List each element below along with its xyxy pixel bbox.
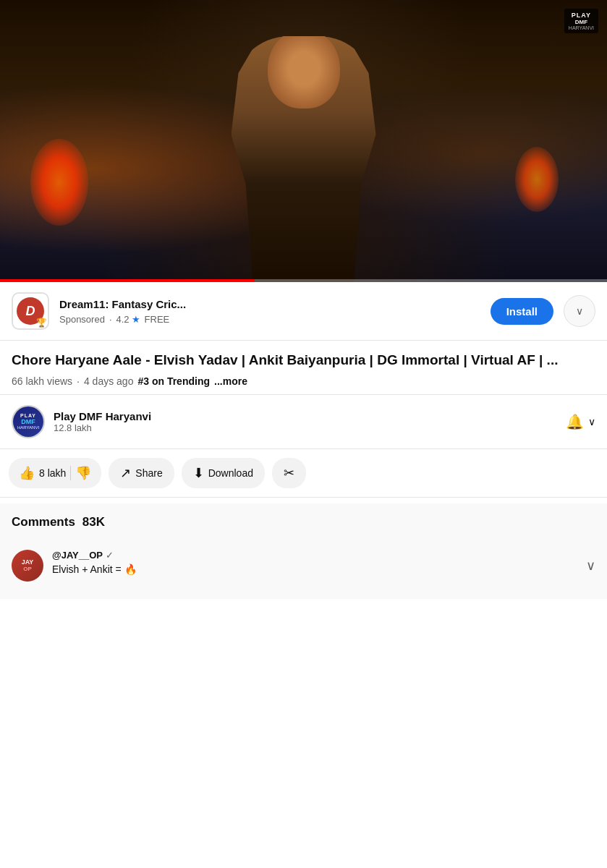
actions-row: 👍 8 lakh 👎 ↗ Share ⬇ Download ✂ bbox=[0, 449, 607, 498]
ad-logo-inner: D 🏆 bbox=[17, 297, 44, 325]
bell-icon[interactable]: 🔔 bbox=[566, 413, 584, 430]
download-button[interactable]: ⬇ Download bbox=[182, 458, 265, 488]
download-label: Download bbox=[208, 467, 253, 479]
channel-row: PLAY DMF HARYANVI Play DMF Haryanvi 12.8… bbox=[0, 395, 607, 449]
ad-separator: · bbox=[109, 314, 112, 325]
clip-icon: ✂ bbox=[284, 465, 294, 481]
channel-subscribers: 12.8 lakh bbox=[54, 422, 566, 433]
comments-title: Comments bbox=[12, 515, 75, 529]
ad-rating-value: 4.2 bbox=[116, 314, 130, 325]
comment-content: @JAY__OP ✓ Elvish + Ankit = 🔥 bbox=[52, 550, 577, 577]
comment-avatar[interactable]: JAY OP bbox=[12, 550, 43, 582]
download-icon: ⬇ bbox=[193, 465, 204, 481]
verified-icon: ✓ bbox=[106, 550, 114, 561]
install-button[interactable]: Install bbox=[491, 298, 553, 325]
ad-logo-trophy: 🏆 bbox=[36, 318, 47, 328]
ad-meta: Sponsored · 4.2 ★ FREE bbox=[59, 314, 480, 325]
channel-logo-dmf-text: DMF bbox=[21, 418, 35, 425]
ad-rating: 4.2 ★ bbox=[116, 314, 140, 325]
comment-item: JAY OP @JAY__OP ✓ Elvish + Ankit = 🔥 ∨ bbox=[12, 541, 595, 590]
channel-logo-h-text: HARYANVI bbox=[17, 425, 39, 430]
channel-logo[interactable]: PLAY DMF HARYANVI bbox=[12, 405, 45, 438]
video-info: Chore Haryane Aale - Elvish Yadav | Anki… bbox=[0, 341, 607, 395]
view-count: 66 lakh views bbox=[12, 375, 72, 387]
ad-free-label: FREE bbox=[145, 314, 170, 325]
time-ago: 4 days ago bbox=[84, 375, 134, 387]
comments-header: Comments 83K bbox=[12, 515, 595, 529]
ad-logo: D 🏆 bbox=[12, 292, 49, 330]
progress-bar-fill bbox=[0, 279, 255, 282]
video-stats: 66 lakh views · 4 days ago #3 on Trendin… bbox=[12, 375, 595, 387]
subscribe-area: 🔔 ∨ bbox=[566, 413, 595, 430]
like-count: 8 lakh bbox=[39, 467, 66, 479]
comment-user-name[interactable]: @JAY__OP bbox=[52, 550, 103, 561]
watermark-play: PLAY bbox=[572, 12, 591, 19]
trending-badge: #3 on Trending bbox=[137, 375, 210, 387]
ad-info: Dream11: Fantasy Cric... Sponsored · 4.2… bbox=[59, 297, 480, 325]
progress-bar-container[interactable] bbox=[0, 279, 607, 282]
ad-logo-d: D bbox=[26, 304, 35, 319]
dislike-icon: 👎 bbox=[75, 465, 91, 481]
watermark-haryanvi: HARYANVI bbox=[569, 25, 594, 30]
comments-count: 83K bbox=[82, 515, 105, 529]
channel-chevron-icon[interactable]: ∨ bbox=[588, 416, 595, 427]
channel-watermark: PLAY DMF HARYANVI bbox=[564, 9, 598, 33]
like-icon: 👍 bbox=[19, 465, 35, 481]
like-button[interactable]: 👍 8 lakh 👎 bbox=[9, 458, 101, 488]
video-player[interactable]: PLAY DMF HARYANVI bbox=[0, 0, 607, 282]
video-title: Chore Haryane Aale - Elvish Yadav | Anki… bbox=[12, 351, 595, 370]
ad-sponsored-label: Sponsored bbox=[59, 314, 105, 325]
share-icon: ↗ bbox=[120, 465, 131, 481]
watermark-dmf: DMF bbox=[575, 19, 587, 25]
share-label: Share bbox=[135, 467, 162, 479]
ad-chevron-button[interactable]: ∨ bbox=[564, 295, 595, 327]
ad-title: Dream11: Fantasy Cric... bbox=[59, 297, 480, 312]
clip-button[interactable]: ✂ bbox=[272, 458, 306, 488]
ad-banner: D 🏆 Dream11: Fantasy Cric... Sponsored ·… bbox=[0, 282, 607, 341]
comment-expand-icon[interactable]: ∨ bbox=[586, 558, 595, 574]
like-divider bbox=[70, 466, 71, 480]
ad-star-icon: ★ bbox=[132, 314, 140, 325]
channel-logo-play-text: PLAY bbox=[20, 413, 36, 418]
more-link[interactable]: ...more bbox=[214, 375, 247, 387]
share-button[interactable]: ↗ Share bbox=[109, 458, 174, 488]
comment-avatar-text: JAY OP bbox=[22, 559, 34, 572]
comments-section: Comments 83K JAY OP @JAY__OP ✓ Elvish + … bbox=[0, 503, 607, 599]
comment-username: @JAY__OP ✓ bbox=[52, 550, 577, 561]
channel-name[interactable]: Play DMF Haryanvi bbox=[54, 410, 566, 422]
comment-text: Elvish + Ankit = 🔥 bbox=[52, 563, 577, 577]
channel-info: Play DMF Haryanvi 12.8 lakh bbox=[54, 410, 566, 433]
